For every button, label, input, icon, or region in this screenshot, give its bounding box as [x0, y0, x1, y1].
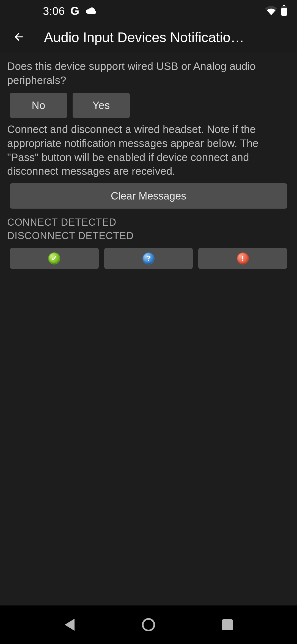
nav-back-button[interactable]	[53, 608, 86, 641]
square-recents-icon	[222, 619, 233, 630]
battery-icon	[281, 5, 287, 17]
no-button[interactable]: No	[10, 93, 67, 118]
check-glyph: ✓	[51, 255, 57, 262]
pass-button[interactable]: ✓	[10, 248, 99, 269]
exclamation-glyph: !	[241, 255, 244, 262]
result-button-row: ✓ ? !	[10, 248, 287, 269]
check-icon: ✓	[48, 252, 60, 264]
main-content: Does this device support wired USB or An…	[0, 53, 297, 605]
question-icon: ?	[142, 252, 155, 264]
screen: 3:06 G	[0, 0, 297, 644]
status-time: 3:06	[43, 5, 65, 17]
app-bar: Audio Input Devices Notificatio…	[0, 22, 297, 53]
status-bar: 3:06 G	[0, 0, 297, 22]
cloud-icon	[85, 7, 97, 15]
wifi-icon	[265, 6, 277, 16]
clear-messages-button[interactable]: Clear Messages	[10, 183, 287, 209]
svg-rect-0	[283, 5, 285, 6]
navigation-bar	[0, 605, 297, 644]
google-indicator-icon: G	[70, 4, 79, 18]
instructions-text: Connect and disconnect a wired headset. …	[7, 122, 290, 178]
back-button[interactable]	[6, 24, 32, 51]
question-glyph: ?	[146, 255, 151, 262]
svg-rect-2	[281, 8, 287, 16]
clear-messages-label: Clear Messages	[111, 190, 186, 202]
message-line: DISCONNECT DETECTED	[7, 229, 290, 243]
circle-home-icon	[142, 618, 155, 631]
yes-button[interactable]: Yes	[73, 93, 130, 118]
nav-home-button[interactable]	[132, 608, 165, 641]
arrow-back-icon	[13, 31, 25, 44]
no-button-label: No	[32, 100, 45, 111]
info-button[interactable]: ?	[104, 248, 193, 269]
status-bar-left: 3:06 G	[10, 4, 97, 18]
yes-button-label: Yes	[92, 100, 110, 111]
answer-button-row: No Yes	[10, 93, 290, 118]
message-line: CONNECT DETECTED	[7, 216, 290, 229]
status-bar-right	[265, 5, 287, 17]
messages-area: CONNECT DETECTED DISCONNECT DETECTED	[7, 216, 290, 242]
page-title: Audio Input Devices Notificatio…	[32, 29, 290, 45]
fail-button[interactable]: !	[198, 248, 287, 269]
nav-recents-button[interactable]	[211, 608, 244, 641]
support-question: Does this device support wired USB or An…	[7, 59, 290, 87]
exclamation-icon: !	[237, 252, 249, 264]
triangle-back-icon	[65, 619, 75, 631]
